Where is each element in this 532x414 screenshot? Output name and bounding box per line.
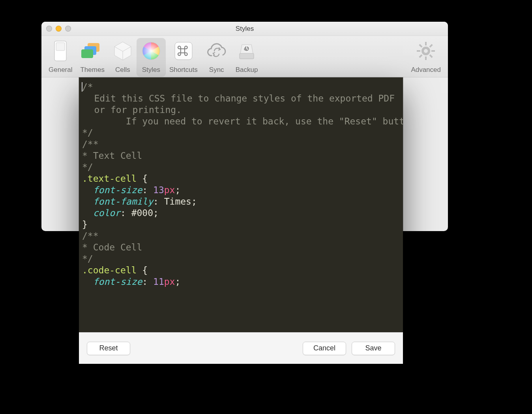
cloud-sync-icon <box>206 40 228 62</box>
code-line: font-size: 13px; <box>82 184 400 196</box>
code-line: /** <box>82 139 400 150</box>
code-line: .code-cell { <box>82 265 400 276</box>
svg-rect-21 <box>429 54 433 58</box>
tab-backup[interactable]: Backup <box>232 38 262 76</box>
code-line: */ <box>82 127 400 139</box>
svg-rect-10 <box>240 53 254 59</box>
prefs-toolbar: General Themes Cells <box>41 36 448 77</box>
editor-footer: Reset Cancel Save <box>79 332 403 364</box>
close-icon[interactable] <box>46 26 52 32</box>
tab-general[interactable]: General <box>45 38 76 76</box>
tab-label: Advanced <box>411 66 441 76</box>
tab-shortcuts[interactable]: Shortcuts <box>165 38 202 76</box>
save-button[interactable]: Save <box>352 342 395 355</box>
tab-themes[interactable]: Themes <box>76 38 108 76</box>
gear-icon <box>416 40 436 62</box>
svg-rect-14 <box>425 42 427 45</box>
code-line: /** <box>82 230 400 242</box>
text-caret <box>82 82 82 92</box>
time-machine-icon <box>237 40 256 62</box>
code-line: * Code Cell <box>82 242 400 253</box>
tab-label: Shortcuts <box>169 66 198 76</box>
svg-rect-9 <box>175 42 192 60</box>
zoom-icon[interactable] <box>65 26 71 32</box>
code-line: color: #000; <box>82 207 400 219</box>
code-line: font-size: 11px; <box>82 276 400 288</box>
tab-label: Backup <box>236 66 258 76</box>
svg-rect-18 <box>429 44 433 47</box>
titlebar: Styles <box>41 22 448 36</box>
cube-icon <box>114 40 132 62</box>
tab-label: Styles <box>142 66 160 76</box>
code-line: If you need to revert it back, use the "… <box>82 116 400 127</box>
svg-rect-16 <box>417 50 420 52</box>
minimize-icon[interactable] <box>56 26 62 32</box>
code-line: /* <box>82 81 400 93</box>
reset-button[interactable]: Reset <box>87 342 130 355</box>
styles-editor-panel: /* Edit this CSS file to change styles o… <box>79 77 403 364</box>
svg-point-22 <box>424 49 428 53</box>
command-key-icon <box>174 40 193 62</box>
cancel-button[interactable]: Cancel <box>303 342 346 355</box>
color-wheel-icon <box>142 40 161 62</box>
tab-label: Cells <box>115 66 130 76</box>
tab-label: Themes <box>80 66 104 76</box>
code-line: font-family: Times; <box>82 196 400 207</box>
tab-label: Sync <box>209 66 224 76</box>
svg-rect-1 <box>56 43 65 51</box>
tab-styles[interactable]: Styles <box>137 38 165 76</box>
themes-icon <box>81 40 103 62</box>
traffic-lights <box>46 26 71 32</box>
code-line: */ <box>82 162 400 173</box>
tab-label: General <box>49 66 72 76</box>
switch-icon <box>54 40 67 62</box>
svg-rect-17 <box>431 50 435 52</box>
tab-cells[interactable]: Cells <box>109 38 137 76</box>
window-title: Styles <box>236 25 254 33</box>
svg-rect-4 <box>81 49 93 58</box>
tab-sync[interactable]: Sync <box>202 38 232 76</box>
code-line: .text-cell { <box>82 173 400 184</box>
code-line: * Text Cell <box>82 150 400 162</box>
code-line: */ <box>82 253 400 265</box>
code-line: Edit this CSS file to change styles of t… <box>82 93 400 116</box>
css-editor[interactable]: /* Edit this CSS file to change styles o… <box>79 77 403 332</box>
svg-rect-15 <box>425 56 427 60</box>
svg-rect-19 <box>419 54 423 58</box>
code-line: } <box>82 219 400 230</box>
svg-rect-20 <box>419 44 423 47</box>
tab-advanced[interactable]: Advanced <box>407 38 445 76</box>
